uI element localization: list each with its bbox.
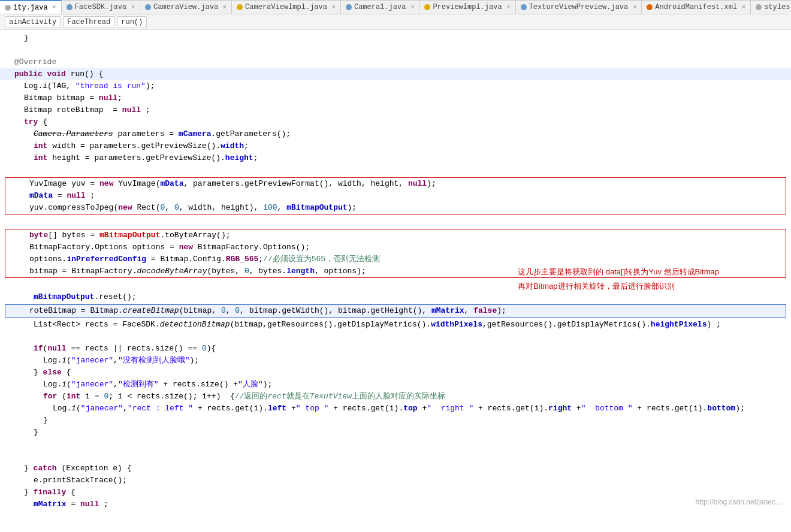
code-line: e.printStackTrace();: [0, 474, 791, 486]
code-line: Bitmap bitmap = null;: [0, 92, 791, 104]
code-line: yuv.compressToJpeg(new Rect(0, 0, width,…: [5, 202, 786, 214]
floating-comment: 这几步主要是将获取到的 data[]转换为Yuv 然后转成Bitmap 再对Bi…: [518, 265, 719, 294]
tab-label: Camera1.java: [354, 3, 406, 11]
floating-comment-line1: 这几步主要是将获取到的 data[]转换为Yuv 然后转成Bitmap: [518, 265, 719, 279]
tab-icon: [756, 4, 762, 10]
tab-label: FaceSDK.java: [75, 3, 126, 11]
code-line: int width = parameters.getPreviewSize().…: [0, 140, 791, 152]
rote-bitmap-block: roteBitmap = Bitmap.createBitmap(bitmap,…: [5, 304, 786, 318]
code-line: } catch (Exception e) {: [0, 463, 791, 474]
tab-cameraviewimpl-java[interactable]: CameraViewImpl.java ×: [232, 0, 341, 14]
code-line: [0, 331, 791, 343]
code-line: Log.i("janecer","检测到有" + rects.size() +"…: [0, 379, 791, 391]
tab-icon: [521, 4, 527, 10]
code-line: Log.i("janecer","rect : left " + rects.g…: [0, 403, 791, 415]
watermark: http://blog.csdn.net/janec...: [696, 496, 781, 508]
code-line: public void run() {: [0, 68, 791, 80]
code-line: [0, 164, 791, 176]
code-line: } else {: [0, 367, 791, 379]
tab-camera1-java[interactable]: Camera1.java ×: [341, 0, 419, 14]
floating-comment-line2: 再对Bitmap进行相关旋转，最后进行脸部识别: [518, 279, 719, 294]
close-icon[interactable]: ×: [332, 4, 336, 11]
code-line: if(null == rects || rects.size() == 0){: [0, 343, 791, 355]
tab-bar: ity.java × FaceSDK.java × CameraView.jav…: [0, 0, 791, 14]
tab-styles-xml[interactable]: styles.xml ×: [751, 0, 791, 14]
code-line: }: [0, 427, 791, 439]
close-icon[interactable]: ×: [131, 4, 135, 11]
code-line: options.inPreferredConfig = Bitmap.Confi…: [5, 253, 786, 265]
code-line: [0, 451, 791, 463]
code-line: for (int i = 0; i < rects.size(); i++) {…: [0, 391, 791, 403]
code-line: roteBitmap = Bitmap.createBitmap(bitmap,…: [5, 305, 786, 317]
tab-icon: [647, 4, 653, 10]
tab-label: PreviewImpl.java: [433, 3, 502, 11]
code-line: int height = parameters.getPreviewSize()…: [0, 152, 791, 164]
code-line: [0, 44, 791, 56]
tab-icon: [346, 4, 352, 10]
code-line: }: [0, 415, 791, 427]
close-icon[interactable]: ×: [507, 4, 511, 11]
close-icon[interactable]: ×: [53, 4, 56, 11]
code-editor: } @Override public void run() { Log.i(TA…: [0, 30, 791, 532]
code-line: BitmapFactory.Options options = new Bitm…: [5, 241, 786, 253]
tab-ity-java[interactable]: ity.java ×: [0, 0, 62, 14]
code-line: YuvImage yuv = new YuvImage(mData, param…: [5, 178, 786, 190]
code-line: }: [0, 32, 791, 44]
code-line: List<Rect> rects = FaceSDK.detectionBitm…: [0, 319, 791, 331]
yuv-block: YuvImage yuv = new YuvImage(mData, param…: [5, 177, 786, 214]
tab-previewimpl-java[interactable]: PreviewImpl.java ×: [419, 0, 515, 14]
code-line: Camera.Parameters parameters = mCamera.g…: [0, 128, 791, 140]
tab-label: CameraView.java: [153, 3, 218, 11]
code-line: mMatrix = null ;: [0, 498, 791, 510]
tab-icon: [145, 4, 151, 10]
code-line: byte[] bytes = mBitmapOutput.toByteArray…: [5, 229, 786, 241]
close-icon[interactable]: ×: [742, 4, 745, 11]
breadcrumb-bar: ainActivity FaceThread run(): [0, 14, 791, 30]
tab-label: AndroidManifest.xml: [655, 3, 737, 11]
code-line: @Override: [0, 56, 791, 68]
tab-label: styles.xml: [764, 3, 791, 11]
code-line: Bitmap roteBitmap = null ;: [0, 104, 791, 116]
tab-icon: [237, 4, 243, 10]
code-line: Log.i("janecer","没有检测到人脸哦");: [0, 355, 791, 367]
code-line: try {: [0, 116, 791, 128]
tab-label: CameraViewImpl.java: [245, 3, 327, 11]
code-line: [0, 216, 791, 228]
code-line: Log.i(TAG, "thread is run");: [0, 80, 791, 92]
close-icon[interactable]: ×: [410, 4, 414, 11]
tab-androidmanifest-xml[interactable]: AndroidManifest.xml ×: [642, 0, 751, 14]
code-line: mData = null ;: [5, 190, 786, 202]
tab-facesdk-java[interactable]: FaceSDK.java ×: [62, 0, 140, 14]
close-icon[interactable]: ×: [223, 4, 227, 11]
code-line: } finally {: [0, 486, 791, 498]
code-line: [0, 439, 791, 451]
code-content: } @Override public void run() { Log.i(TA…: [0, 30, 791, 513]
breadcrumb-run[interactable]: run(): [117, 16, 147, 28]
tab-cameraview-java[interactable]: CameraView.java ×: [140, 0, 232, 14]
breadcrumb-mainactivity[interactable]: ainActivity: [5, 16, 61, 28]
breadcrumb-facethread[interactable]: FaceThread: [63, 16, 114, 28]
tab-icon: [424, 4, 430, 10]
tab-icon: [67, 4, 73, 10]
tab-label: TextureViewPreview.java: [529, 3, 629, 11]
close-icon[interactable]: ×: [633, 4, 636, 11]
tab-textureviewpreview-java[interactable]: TextureViewPreview.java ×: [516, 0, 642, 14]
tab-label: ity.java: [13, 4, 48, 12]
tab-icon: [5, 5, 11, 11]
